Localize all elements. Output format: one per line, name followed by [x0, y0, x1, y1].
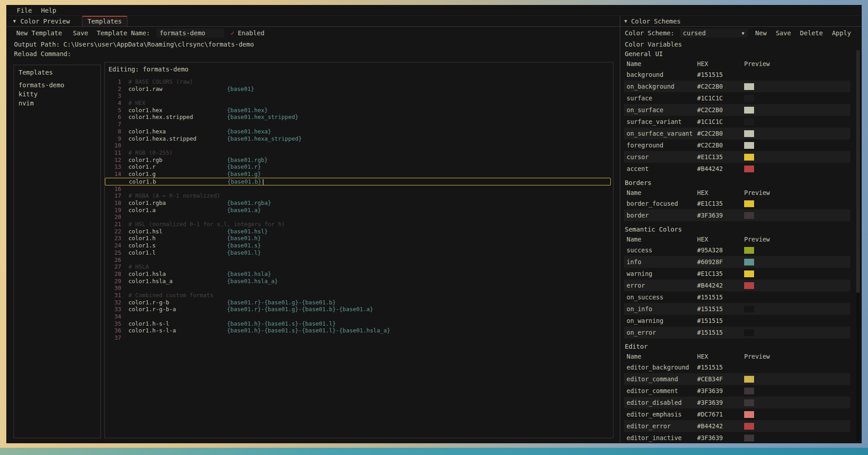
color-swatch[interactable] [744, 95, 754, 102]
color-variable-row[interactable]: on_error#151515 [624, 327, 850, 338]
variable-hex[interactable]: #3F3639 [697, 387, 744, 394]
scrollbar[interactable] [856, 50, 860, 441]
scheme-apply-button[interactable]: Apply [830, 28, 853, 38]
variable-hex[interactable]: #C2C2B0 [697, 130, 744, 137]
variable-hex[interactable]: #DC7671 [697, 411, 744, 418]
editor-line[interactable]: 29color1.hsla_a{base01.hsla_a} [105, 278, 613, 285]
color-variable-row[interactable]: on_info#151515 [624, 303, 850, 315]
editor-line[interactable]: 37 [105, 334, 613, 341]
variable-hex[interactable]: #C2C2B0 [697, 142, 744, 149]
variable-hex[interactable]: #151515 [697, 317, 744, 324]
editor-line[interactable]: 28color1.hsla{base01.hsla} [105, 270, 613, 278]
variable-hex[interactable]: #151515 [697, 364, 744, 371]
color-variable-row[interactable]: on_surface_varuant#C2C2B0 [624, 128, 850, 139]
enabled-checkbox[interactable]: ✓ Enabled [231, 29, 264, 37]
editor-line[interactable]: 7 [105, 121, 613, 128]
scheme-new-button[interactable]: New [753, 28, 769, 38]
color-variable-row[interactable]: success#95A328 [624, 244, 850, 256]
color-swatch[interactable] [744, 71, 754, 78]
color-variable-row[interactable]: on_warning#151515 [624, 315, 850, 327]
editor-line[interactable]: 33color1.r-g-b-a{base01.r}-{base01.g}-{b… [105, 306, 613, 313]
scrollbar-thumb[interactable] [856, 50, 860, 293]
color-swatch[interactable] [744, 118, 754, 125]
color-scheme-dropdown[interactable]: cursed ▼ [680, 28, 748, 38]
editor-line[interactable]: 3 [105, 92, 613, 100]
editor-line[interactable]: 19color1.a{base01.a} [105, 207, 613, 214]
editor-line[interactable]: 12color1.rgb{base01.rgb} [105, 156, 613, 164]
variable-hex[interactable]: #95A328 [697, 246, 744, 254]
variable-hex[interactable]: #151515 [697, 71, 744, 78]
color-swatch[interactable] [744, 247, 754, 254]
editor-line[interactable]: 31# Combined custom formats [105, 292, 613, 299]
color-swatch[interactable] [744, 212, 754, 219]
color-variable-row[interactable]: background#151515 [624, 69, 850, 81]
editor-line[interactable]: 25color1.l{base01.l} [105, 249, 613, 256]
color-variable-row[interactable]: editor_background#151515 [624, 361, 850, 373]
color-variable-row[interactable]: border#3F3639 [624, 209, 850, 221]
variable-hex[interactable]: #B44242 [697, 282, 744, 289]
variable-hex[interactable]: #B44242 [697, 422, 744, 430]
editor-line[interactable]: 32color1.r-g-b{base01.r}-{base01.g}-{bas… [105, 299, 613, 306]
editor-line[interactable]: 35color1.h-s-l{base01.h}-{base01.s}-{bas… [105, 320, 613, 327]
variable-hex[interactable]: #3F3639 [697, 212, 744, 219]
color-variable-row[interactable]: error#B44242 [624, 280, 850, 291]
variable-hex[interactable]: #E1C135 [697, 153, 744, 161]
menu-item-file[interactable]: File [17, 7, 32, 14]
editor-line[interactable]: 6color1.hex.stripped{base01.hex_stripped… [105, 114, 613, 121]
editor-line[interactable]: 26 [105, 256, 613, 264]
color-swatch[interactable] [744, 376, 754, 383]
color-swatch[interactable] [744, 107, 754, 114]
color-variable-row[interactable]: foreground#C2C2B0 [624, 139, 850, 151]
scheme-delete-button[interactable]: Delete [798, 28, 826, 38]
color-variable-row[interactable]: editor_emphasis#DC7671 [624, 408, 850, 420]
editor-line[interactable]: 9color1.hexa.stripped{base01.hexa_stripp… [105, 135, 613, 142]
editor-line[interactable]: 30 [105, 284, 613, 292]
color-swatch[interactable] [744, 306, 754, 313]
color-swatch[interactable] [744, 411, 754, 418]
variable-hex[interactable]: #CEB34F [697, 375, 744, 383]
color-swatch[interactable] [744, 83, 754, 90]
editor-line[interactable]: 22color1.hsl{base01.hsl} [105, 228, 613, 235]
variable-hex[interactable]: #C2C2B0 [697, 106, 744, 114]
editor-line[interactable]: 1# BASE COLORS (raw) [105, 78, 613, 85]
color-swatch[interactable] [744, 329, 754, 336]
variable-hex[interactable]: #3F3639 [697, 434, 744, 441]
editor-line[interactable]: 8color1.hexa{base01.hexa} [105, 128, 613, 135]
color-swatch[interactable] [744, 130, 754, 137]
editor-line[interactable]: 5color1.hex{base01.hex} [105, 107, 613, 114]
chevron-down-icon[interactable]: ▼ [624, 19, 627, 24]
color-variable-row[interactable]: editor_command#CEB34F [624, 373, 850, 385]
variable-hex[interactable]: #1C1C1C [697, 118, 744, 125]
editor-line[interactable]: 27# HSLA [105, 263, 613, 270]
color-variable-row[interactable]: info#60928F [624, 256, 850, 268]
editor-line[interactable]: 2color1.raw{base01} [105, 85, 613, 93]
editor-line[interactable]: 36color1.h-s-l-a{base01.h}-{base01.s}-{b… [105, 327, 613, 334]
tab-templates[interactable]: Templates [82, 16, 128, 26]
editor-line-active[interactable]: 15color1.b{base01.b}| [105, 178, 611, 185]
color-variable-row[interactable]: cursor#E1C135 [624, 151, 850, 163]
chevron-down-icon[interactable]: ▼ [13, 19, 16, 24]
tab-color-preview[interactable]: Color Preview [20, 18, 70, 25]
template-name-input[interactable] [156, 28, 224, 38]
template-editor[interactable]: Editing: formats-demo 1# BASE COLORS (ra… [104, 62, 613, 438]
color-swatch[interactable] [744, 154, 754, 161]
variable-hex[interactable]: #E1C135 [697, 200, 744, 207]
editor-line[interactable]: 17# RGBA (A = 0-1 normalized) [105, 192, 613, 199]
editor-line[interactable]: 34 [105, 313, 613, 320]
color-variable-row[interactable]: editor_disabled#3F3639 [624, 397, 850, 408]
color-swatch[interactable] [744, 364, 754, 371]
color-swatch[interactable] [744, 318, 754, 324]
color-swatch[interactable] [744, 388, 754, 394]
color-variable-row[interactable]: surface_variant#1C1C1C [624, 116, 850, 128]
editor-line[interactable]: 21# HSL (normalized 0-1 for s,l, integer… [105, 221, 613, 228]
editor-line[interactable]: 14color1.g{base01.g} [105, 171, 613, 178]
color-variable-row[interactable]: border_focused#E1C135 [624, 198, 850, 209]
variable-hex[interactable]: #B44242 [697, 165, 744, 172]
color-swatch[interactable] [744, 435, 754, 441]
editor-line[interactable]: 20 [105, 213, 613, 221]
template-list-item[interactable]: nvim [14, 99, 100, 108]
template-list-item[interactable]: formats-demo [14, 81, 100, 90]
editor-line[interactable]: 18color1.rgba{base01.rgba} [105, 199, 613, 207]
template-list-item[interactable]: kitty [14, 90, 100, 99]
variable-hex[interactable]: #3F3639 [697, 399, 744, 406]
